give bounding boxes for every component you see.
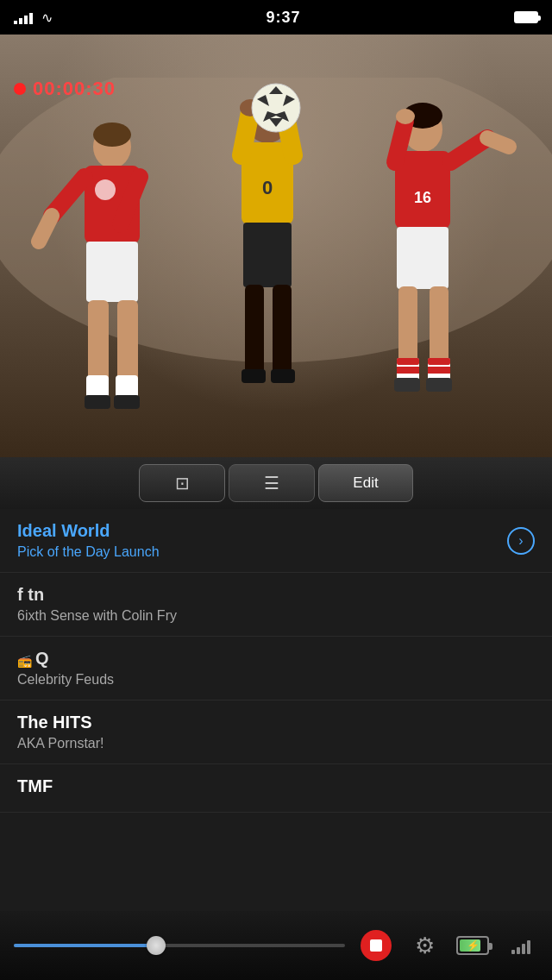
- channel-item-ideal-world[interactable]: Ideal World Pick of the Day Launch ›: [0, 509, 552, 573]
- progress-track: [14, 944, 345, 947]
- battery-icon: [514, 11, 538, 23]
- svg-text:0: 0: [262, 177, 273, 198]
- svg-rect-10: [117, 300, 138, 386]
- status-right: [514, 11, 538, 23]
- svg-rect-27: [271, 369, 295, 383]
- recording-indicator: 00:00:30: [14, 78, 116, 100]
- progress-slider[interactable]: [14, 937, 345, 954]
- battery-status-icon: ⚡: [456, 936, 489, 955]
- channel-show: AKA Pornstar!: [17, 736, 535, 751]
- svg-rect-41: [397, 367, 419, 374]
- radio-icon: 📻: [17, 654, 32, 668]
- edit-button[interactable]: Edit: [318, 464, 413, 502]
- list-view-button[interactable]: ☰: [229, 464, 315, 502]
- channel-item-q[interactable]: 📻 Q Celebrity Feuds: [0, 637, 552, 700]
- channel-arrow-icon[interactable]: ›: [507, 527, 535, 555]
- settings-button[interactable]: ⚙: [407, 928, 442, 963]
- signal-strength-indicator: [504, 928, 538, 963]
- svg-rect-13: [85, 395, 110, 409]
- status-left: ∿: [14, 9, 53, 26]
- channel-name: Ideal World: [17, 521, 535, 541]
- svg-rect-9: [88, 300, 109, 386]
- svg-point-2: [93, 122, 131, 147]
- channel-name: f tn: [17, 585, 535, 605]
- soccer-ball: [250, 82, 302, 134]
- bottom-control-bar: ⚙ ⚡: [0, 911, 552, 980]
- edit-label: Edit: [353, 474, 378, 492]
- svg-point-34: [396, 109, 415, 124]
- status-bar: ∿ 9:37: [0, 0, 552, 35]
- svg-rect-8: [86, 242, 138, 302]
- progress-fill: [14, 944, 163, 947]
- channel-item-the-hits[interactable]: The HITS AKA Pornstar!: [0, 700, 552, 764]
- svg-rect-24: [245, 285, 264, 380]
- stop-btn-circle: [361, 930, 392, 961]
- tv-view-button[interactable]: ⊡: [139, 464, 225, 502]
- svg-rect-44: [428, 367, 450, 374]
- stop-button[interactable]: [359, 928, 393, 963]
- svg-rect-45: [394, 378, 420, 392]
- progress-thumb[interactable]: [147, 936, 166, 955]
- channel-item-tmf[interactable]: TMF: [0, 764, 552, 813]
- svg-rect-40: [397, 358, 419, 365]
- channel-show: Pick of the Day Launch: [17, 544, 535, 560]
- svg-rect-36: [397, 227, 448, 289]
- svg-line-32: [395, 121, 405, 162]
- svg-rect-23: [243, 223, 292, 287]
- channel-list: Ideal World Pick of the Day Launch › f t…: [0, 509, 552, 911]
- channel-name: The HITS: [17, 713, 535, 732]
- svg-text:16: 16: [414, 189, 431, 206]
- svg-rect-25: [273, 285, 292, 380]
- channel-item-ftn[interactable]: f tn 6ixth Sense with Colin Fry: [0, 573, 552, 637]
- svg-line-19: [242, 112, 250, 155]
- svg-line-35: [487, 138, 509, 147]
- svg-rect-46: [426, 378, 452, 392]
- battery-button: ⚡: [455, 928, 490, 963]
- signal-bars-icon: [511, 937, 530, 954]
- channel-show: Celebrity Feuds: [17, 672, 535, 688]
- toolbar: ⊡ ☰ Edit: [0, 457, 552, 509]
- status-time: 9:37: [266, 9, 300, 27]
- lightning-icon: ⚡: [467, 939, 480, 952]
- signal-icon: [14, 10, 33, 24]
- channel-show: 6ixth Sense with Colin Fry: [17, 608, 535, 624]
- gear-icon: ⚙: [415, 933, 435, 959]
- tv-icon: ⊡: [175, 473, 190, 493]
- list-icon: ☰: [264, 473, 279, 493]
- stop-icon: [370, 939, 382, 952]
- players-scene: 0 16: [0, 78, 552, 457]
- svg-rect-43: [428, 358, 450, 365]
- recording-time: 00:00:30: [33, 78, 116, 100]
- wifi-icon: ∿: [41, 9, 53, 26]
- svg-point-4: [95, 179, 116, 200]
- record-dot: [14, 83, 26, 95]
- channel-name: Q: [35, 649, 49, 669]
- video-preview: 0 16: [0, 35, 552, 457]
- svg-rect-14: [114, 395, 140, 409]
- svg-rect-26: [242, 369, 266, 383]
- channel-name: TMF: [17, 776, 535, 796]
